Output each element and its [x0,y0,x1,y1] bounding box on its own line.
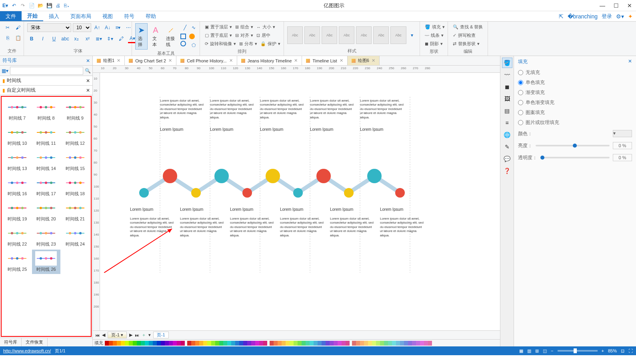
color-swatch[interactable] [247,341,251,346]
timeline-node-1[interactable] [163,169,177,183]
timeline-node-6[interactable] [293,188,303,198]
cut-icon[interactable]: ✂ [3,23,12,32]
zoom-value[interactable]: 85% [608,348,617,353]
spell-cmd[interactable]: ✓ 拼写检查 [451,32,477,39]
color-swatch[interactable] [384,341,388,346]
symbol-search-input[interactable] [10,67,83,75]
shrink-font-icon[interactable]: A↓ [103,23,112,32]
color-swatch[interactable] [121,341,125,346]
shape-item-16[interactable]: 时间线 16 [3,174,31,198]
shape-item-24[interactable]: 时间线 24 [61,224,89,249]
shadow-tab-icon[interactable]: ◼ [502,82,512,92]
doc-tab-0[interactable]: 绘图1✕ [93,56,125,65]
print-icon[interactable]: 🖨 [54,2,62,9]
undo-icon[interactable]: ↶ [10,2,18,9]
shadow-cmd[interactable]: ◼ 阴影 ▾ [423,40,444,48]
color-swatch[interactable] [306,341,310,346]
cat2-close-icon[interactable]: ✕ [86,88,90,93]
shape-item-15[interactable]: 时间线 15 [61,149,89,173]
color-swatch[interactable] [153,341,157,346]
menu-file[interactable]: 文件 [0,11,22,21]
color-swatch[interactable] [334,341,338,346]
comment-tab-icon[interactable]: 💬 [502,154,512,164]
color-swatch[interactable] [133,341,137,346]
shape-item-9[interactable]: 时间线 9 [61,98,89,123]
timeline-node-3[interactable] [214,169,229,183]
color-swatch[interactable] [231,341,235,346]
timeline-node-5[interactable] [266,169,280,183]
color-swatch[interactable] [400,341,404,346]
color-swatch[interactable] [251,341,255,346]
line-tab-icon[interactable]: 〰 [502,70,512,80]
menu-insert[interactable]: 插入 [43,11,65,21]
timeline-node-7[interactable] [316,169,331,183]
style-6[interactable]: Abc [373,26,389,44]
shape-item-8[interactable]: 时间线 8 [32,98,60,123]
zoom-slider[interactable] [558,350,598,352]
save-icon[interactable]: 💾 [46,2,53,9]
color-swatch[interactable] [412,341,416,346]
style-4[interactable]: Abc [339,26,354,44]
color-picker[interactable]: ▾ [613,130,632,137]
size-cmd[interactable]: ↔ 大小 ▾ [255,23,277,31]
tab-close-icon[interactable]: ✕ [168,58,172,63]
color-swatch[interactable] [408,341,412,346]
color-swatch[interactable] [274,341,278,346]
open-icon[interactable]: 📂 [37,2,44,9]
btab-recover[interactable]: 文件恢复 [22,338,48,346]
superscript-icon[interactable]: x² [83,34,92,43]
shape-item-20[interactable]: 时间线 20 [32,199,60,224]
format-painter-icon[interactable]: 🖌 [14,23,22,32]
shape-item-26[interactable]: 时间线 26 [32,250,60,274]
style-2[interactable]: Abc [304,26,320,44]
fill-option-1[interactable]: 单色填充 [518,78,632,88]
color-swatch[interactable] [326,341,330,346]
doc-tab-5[interactable]: 绘图6✕ [348,56,380,65]
tab-close-icon[interactable]: ✕ [294,58,298,63]
color-swatch[interactable] [181,341,185,346]
rotate-cmd[interactable]: ⟳ 旋转和镜像 ▾ [203,40,238,48]
color-swatch[interactable] [117,341,121,346]
color-swatch[interactable] [255,341,259,346]
color-swatch[interactable] [239,341,243,346]
category-custom-timeline[interactable]: ▮自定义时间线 ✕ [0,86,92,95]
align-icon[interactable]: ≡▾ [114,23,122,32]
shape-item-21[interactable]: 时间线 21 [61,199,89,224]
doc-tab-4[interactable]: Timeline List✕ [302,56,347,65]
shape-item-17[interactable]: 时间线 17 [32,174,60,198]
color-swatch[interactable] [203,341,207,346]
timeline-node-8[interactable] [344,188,354,198]
redo-icon[interactable]: ↷ [19,2,26,9]
protect-cmd[interactable]: 🔒 保护 ▾ [259,40,282,48]
color-swatch[interactable] [187,341,191,346]
color-swatch[interactable] [420,341,424,346]
cat-close-icon[interactable]: ✕ [86,78,90,84]
copy-icon[interactable]: ⎘ [3,34,12,42]
group-cmd[interactable]: ⊞ 组合 ▾ [234,23,255,31]
color-swatch[interactable] [259,341,263,346]
close-button[interactable]: ✕ [625,2,634,9]
layout-tab-icon[interactable]: ▤ [502,106,512,116]
fill-option-5[interactable]: 图片或纹理填充 [518,118,632,128]
doc-tab-1[interactable]: Org Chart Set 2✕ [125,56,176,65]
color-swatch[interactable] [113,341,117,346]
color-swatch[interactable] [360,341,364,346]
strike-icon[interactable]: abc [61,34,70,43]
login-link[interactable]: 登录 [602,13,612,20]
palette-icon[interactable]: ▦▾ [2,68,8,74]
highlight-icon[interactable]: 🖍 [117,34,126,43]
color-swatch[interactable] [195,341,199,346]
page-prev-icon[interactable]: ◀ [102,332,105,338]
color-swatch[interactable] [364,341,368,346]
shape-item-23[interactable]: 时间线 23 [32,224,60,249]
bring-front[interactable]: ▣ 置于顶层 ▾ [203,23,234,31]
fill-option-2[interactable]: 渐变填充 [518,88,632,98]
shape-item-18[interactable]: 时间线 18 [61,174,89,198]
line-shape-icon[interactable]: ╱ [180,23,189,32]
share-icon[interactable]: �branching [568,13,598,20]
page-selector[interactable]: 页-1 ▾ [108,332,127,338]
search-icon[interactable]: 🔍 [85,68,91,74]
tab-close-icon[interactable]: ✕ [340,58,343,63]
zoom-out-icon[interactable]: − [551,348,553,353]
menu-help[interactable]: 帮助 [140,11,162,21]
